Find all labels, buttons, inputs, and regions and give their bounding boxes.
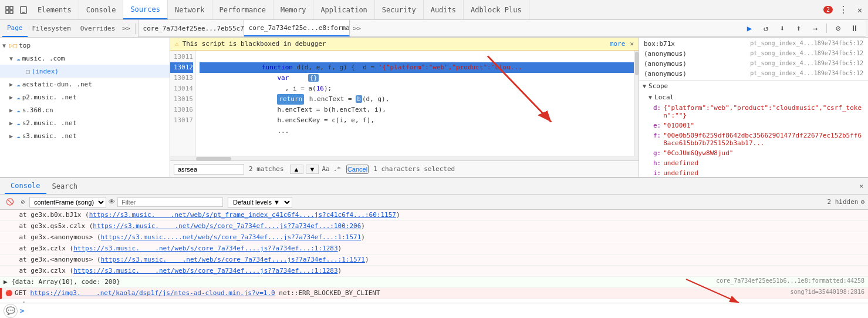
search-input[interactable] <box>174 164 244 175</box>
error-url[interactable]: https://img3. .net/kaola/dsp1f/js/ntes-a… <box>31 289 275 297</box>
code-scrollbar-thumb[interactable] <box>635 52 639 75</box>
tree-item-index[interactable]: □ (index) <box>0 65 170 78</box>
subtab-filesystem[interactable]: Filesystem <box>28 20 76 37</box>
line-num-13011: 13011 <box>170 52 193 62</box>
line-num-13012: 13012 <box>170 62 193 73</box>
console-settings-button[interactable]: ⚙ <box>860 198 864 206</box>
tab-security[interactable]: Security <box>375 0 424 19</box>
call-stack-link-2[interactable]: pt_song_index_4...189e734fbc5:12 <box>750 60 863 68</box>
cloud-icon-s3: ☁ <box>16 132 21 140</box>
tab-network[interactable]: Network <box>168 0 212 19</box>
tree-item-top[interactable]: ▼ ▷□ top <box>0 39 170 52</box>
next-match-button[interactable]: ▼ <box>306 165 319 174</box>
resume-button[interactable]: ▶ <box>743 22 756 35</box>
scope-header[interactable]: ▼ Scope <box>639 81 868 92</box>
tab-audits[interactable]: Audits <box>424 0 464 19</box>
console-close-button[interactable]: ✕ <box>859 182 863 190</box>
console-msg-success-source[interactable]: core_7a734ef25ee51b6...1e8:formatted:442… <box>711 277 864 284</box>
console-input[interactable] <box>26 307 864 314</box>
tree-item-music[interactable]: ▼ ☁ music. .com <box>0 52 170 65</box>
step-into-button[interactable]: ⬇ <box>776 22 789 35</box>
tree-item-acstatic[interactable]: ▶ ☁ acstatic-dun. .net <box>0 78 170 91</box>
console-msg-2-link[interactable]: https://s3.music. .net/web/s/core_7a734e… <box>93 222 361 230</box>
tree-item-s3[interactable]: ▶ ☁ s3.music. .net <box>0 129 170 142</box>
line-numbers: 13011 13012 13013 13014 13015 13016 1301… <box>170 51 196 156</box>
console-filter-input[interactable] <box>117 198 223 207</box>
log-levels-dropdown[interactable]: Default levels ▼ <box>228 197 292 207</box>
more-options-button[interactable]: ⋮ <box>835 4 852 15</box>
console-msg-6-link[interactable]: https://s3.music. .net/web/s/core_7a734e… <box>73 267 337 275</box>
subtabs-more[interactable]: >> <box>120 25 132 32</box>
console-msg-2-text: at ge3x.qs5x.czlx (https://s3.music. .ne… <box>4 222 864 231</box>
inspect-icon[interactable] <box>5 5 14 15</box>
call-stack-link-3[interactable]: pt_song_index_4...189e734fbc5:12 <box>750 70 863 78</box>
call-stack-name-1: (anonymous) <box>644 50 687 58</box>
error-badge: 2 <box>823 6 833 14</box>
call-stack-entry-2: (anonymous) pt_song_index_4...189e734fbc… <box>639 59 868 69</box>
devtools-tabs: Elements Console Sources Network Perform… <box>31 0 529 19</box>
local-header-label: Local <box>654 93 674 101</box>
tab-performance[interactable]: Performance <box>212 0 273 19</box>
tab-elements[interactable]: Elements <box>31 0 79 19</box>
step-over-button[interactable]: ↺ <box>759 22 772 35</box>
scope-val-e: "010001" <box>663 122 694 129</box>
case-sensitive-button[interactable]: Aa <box>322 165 329 173</box>
blackbox-close-button[interactable]: ✕ <box>630 40 634 48</box>
call-stack-entry-1: (anonymous) pt_song_index_4...189e734fbc… <box>639 49 868 59</box>
console-msg-4-text: at ge3x.czlx (https://s3.music. .net/web… <box>4 244 864 253</box>
code-scrollbar[interactable] <box>634 51 639 156</box>
selected-chars-indicator: 1 characters selected <box>373 165 455 173</box>
call-stack-link-1[interactable]: pt_song_index_4...189e734fbc5:12 <box>750 50 863 58</box>
console-messages: at ge3x.b0x.bJ1x (https://s3.music. .net… <box>0 210 868 303</box>
close-devtools-button[interactable]: ✕ <box>854 4 866 16</box>
local-header[interactable]: ▼ Local <box>639 92 868 103</box>
search-cancel-button[interactable]: Cancel <box>346 165 369 174</box>
search-bar: 2 matches ▲ ▼ Aa .* Cancel 1 characters … <box>170 160 639 177</box>
call-stack-entry-3: (anonymous) pt_song_index_4...189e734fbc… <box>639 69 868 79</box>
call-stack-box-link[interactable]: pt_song_index_4...189e734fbc5:12 <box>750 40 863 48</box>
tab-application[interactable]: Application <box>313 0 374 19</box>
search-tab[interactable]: Search <box>46 178 83 194</box>
tree-item-p2[interactable]: ▶ ☁ p2.music. .net <box>0 91 170 103</box>
subtab-overrides[interactable]: Overrides <box>76 20 120 37</box>
ai-chat-icon[interactable]: 💬 <box>4 304 18 318</box>
console-msg-6-text: at ge3x.czlx (https://s3.music. .net/web… <box>4 266 864 276</box>
console-msg-3: at ge3x.<anonymous> (https://s3.music...… <box>0 232 868 243</box>
console-msg-1-link[interactable]: https://s3.music. .net/web/s/pt_frame_in… <box>89 211 396 219</box>
console-msg-success-text: ▶ {data: Array(10), code: 200} <box>4 277 711 287</box>
filter-toggle-button[interactable]: ⊘ <box>18 197 28 207</box>
source-tabs-more[interactable]: >> <box>350 25 364 32</box>
code-hscrollbar[interactable] <box>170 156 639 160</box>
source-tab-1[interactable]: core_7a734ef25ee...7eb55c7f6eb1e8 <box>139 20 244 36</box>
tab-console[interactable]: Console <box>79 0 124 19</box>
subtab-page[interactable]: Page <box>2 20 28 37</box>
device-icon[interactable] <box>19 5 28 15</box>
step-out-button[interactable]: ⬆ <box>792 22 805 35</box>
hidden-count-label: 2 hidden <box>827 198 858 206</box>
prev-match-button[interactable]: ▲ <box>290 165 303 174</box>
file-icon-index: □ <box>26 68 30 75</box>
blackbox-more-button[interactable]: more <box>610 40 626 48</box>
deactivate-breakpoints-button[interactable]: ⊘ <box>832 22 845 35</box>
console-msg-3-link[interactable]: https://s3.music.....net/web/s/core_7a73… <box>101 233 362 241</box>
regex-button[interactable]: .* <box>333 165 341 173</box>
console-msg-5-link[interactable]: https://s3.music. .net/web/s/core_7a734e… <box>101 256 365 263</box>
code-line-13011: function d(d, e, f, g) { d = '{"platform… <box>200 52 634 62</box>
tree-arrow-music: ▼ <box>9 55 16 62</box>
live-expressions-button[interactable]: 👁 <box>109 198 115 206</box>
console-tab[interactable]: Console <box>5 178 46 194</box>
clear-console-button[interactable]: 🚫 <box>5 197 15 207</box>
scope-key-d: d: <box>653 104 661 112</box>
pause-on-exception-button[interactable]: ⏸ <box>848 22 861 35</box>
console-msg-error-source[interactable]: song?id=35440198:2816 <box>786 289 864 295</box>
frame-selector[interactable]: contentFrame (song) <box>29 197 106 207</box>
tab-memory[interactable]: Memory <box>273 0 313 19</box>
source-tab-2[interactable]: core_7a734ef25e...e8:formatted:0 ✕ <box>244 20 350 36</box>
tree-item-s360[interactable]: ▶ ☁ s.360.cn <box>0 103 170 116</box>
console-msg-4-link[interactable]: https://s3.music. .net/web/s/core_7a734e… <box>73 245 337 252</box>
tab-adblock[interactable]: Adblock Plus <box>464 0 529 19</box>
step-button[interactable]: → <box>809 22 822 35</box>
code-hscrollbar-thumb[interactable] <box>196 157 231 160</box>
tab-sources[interactable]: Sources <box>123 0 168 19</box>
tree-item-s2[interactable]: ▶ ☁ s2.music. .net <box>0 116 170 129</box>
